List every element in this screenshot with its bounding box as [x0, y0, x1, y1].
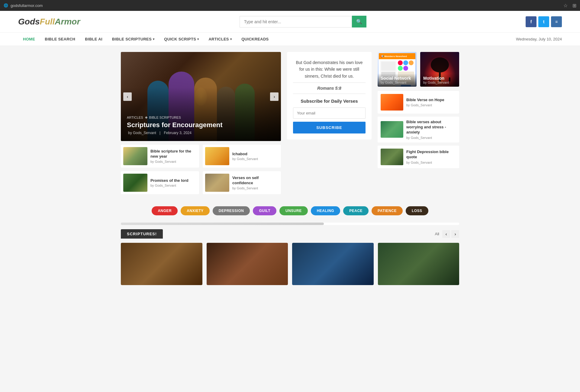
- carousel-meta: by Gods_Servant | February 3, 2024: [127, 131, 275, 135]
- tags-section: ANGER ANXIETY DEPRESSION GUILT UNSURE HE…: [121, 200, 459, 218]
- person-avatar: [398, 60, 403, 65]
- social-card-title: Social Network: [381, 76, 414, 81]
- subscribe-title: Subscribe for Daily Verses: [293, 98, 366, 104]
- chevron-down-icon: ▾: [153, 37, 154, 41]
- search-input[interactable]: [240, 16, 352, 27]
- carousel-prev-button[interactable]: ‹: [123, 92, 132, 101]
- tag-loss[interactable]: LOSS: [406, 206, 428, 215]
- list-item[interactable]: [378, 243, 459, 285]
- section-header: SCRIPTURES! All ‹ ›: [121, 229, 459, 239]
- divider: [293, 82, 366, 83]
- verse-reference: Romans 5:8: [293, 86, 366, 91]
- card-thumbnail: [123, 174, 147, 192]
- card-author: by Gods_Servant: [150, 160, 197, 163]
- carousel: ARTICLES ◆ BIBLE SCRIPTURES Scriptures f…: [121, 52, 281, 141]
- nav-item-bible-scriptures[interactable]: BIBLE SCRIPTURES ▾: [107, 33, 160, 46]
- carousel-author: by Gods_Servant: [128, 131, 156, 135]
- diamond-separator: ◆: [145, 115, 147, 119]
- facebook-button[interactable]: f: [526, 16, 536, 27]
- divider: [293, 94, 366, 94]
- tag-patience[interactable]: PATIENCE: [372, 206, 403, 215]
- card-info: Verses on self confidence by Gods_Servan…: [232, 175, 279, 190]
- progress-bar-fill: [121, 223, 324, 225]
- list-item[interactable]: Fight Depression bible quote by Gods_Ser…: [378, 146, 459, 168]
- article-title: Bible Verse on Hope: [406, 98, 444, 103]
- list-item[interactable]: Bible Verse on Hope by Gods_Servant: [378, 91, 459, 114]
- bottom-cards-grid: [121, 243, 459, 285]
- email-input[interactable]: [293, 108, 366, 119]
- section-title-bar: SCRIPTURES!: [121, 229, 163, 239]
- extensions-icon[interactable]: ⊞: [572, 3, 576, 8]
- nav-item-bible-search[interactable]: BIBLE SEARCH: [40, 33, 80, 46]
- section-next-button[interactable]: ›: [451, 230, 459, 238]
- list-item[interactable]: Promises of the lord by Gods_Servant: [121, 171, 199, 194]
- browser-chrome: 🌐 godsfullarmor.com ☆ ⊞: [0, 0, 580, 11]
- card-image: [121, 243, 202, 285]
- right-col: 📢 Members Newsfeed: [378, 52, 459, 194]
- site-logo[interactable]: GodsFullArmor: [18, 17, 80, 27]
- card-author: by Gods_Servant: [232, 186, 279, 190]
- bookmark-icon[interactable]: ☆: [563, 3, 568, 8]
- tag-anger[interactable]: ANGER: [152, 206, 178, 215]
- list-item[interactable]: [292, 243, 374, 285]
- subscribe-button[interactable]: SUBSCRIBE: [293, 122, 366, 133]
- card-info: Ichabod by Gods_Servant: [232, 152, 258, 161]
- chevron-down-icon: ▾: [230, 37, 232, 41]
- mock-people: [398, 60, 414, 71]
- nav-item-quick-scripts[interactable]: QUICK SCRIPTS ▾: [159, 33, 204, 46]
- small-cards-grid: Bible scripture for the new year by Gods…: [121, 145, 281, 194]
- address-bar[interactable]: godsfullarmor.com: [11, 3, 561, 8]
- carousel-image: ARTICLES ◆ BIBLE SCRIPTURES Scriptures f…: [121, 52, 281, 141]
- list-item[interactable]: Ichabod by Gods_Servant: [203, 145, 281, 168]
- tag-peace[interactable]: PEACE: [343, 206, 369, 215]
- person-avatar: [403, 66, 408, 71]
- card-title: Bible scripture for the new year: [150, 149, 197, 159]
- article-thumbnail: [381, 94, 403, 111]
- subscribe-form: SUBSCRIBE: [293, 108, 366, 133]
- card-image: [378, 243, 459, 285]
- logo-full: Full: [40, 17, 55, 26]
- tag-guilt[interactable]: GUILT: [253, 206, 276, 215]
- person-avatar: [403, 60, 408, 65]
- scriptures-section: SCRIPTURES! All ‹ ›: [121, 229, 459, 285]
- tree-canopy: [431, 57, 449, 72]
- verse-box: But God demonstrates his own love for us…: [287, 52, 372, 140]
- section-prev-button[interactable]: ‹: [442, 230, 450, 238]
- menu-button[interactable]: ≡: [551, 16, 562, 27]
- carousel-title: Scriptures for Encouragement: [127, 121, 275, 129]
- tag-depression[interactable]: DEPRESSION: [213, 206, 250, 215]
- nav-date: Wednesday, July 10, 2024: [516, 37, 562, 41]
- list-item[interactable]: Bible verses about worrying and stress -…: [378, 117, 459, 143]
- card-image: [292, 243, 374, 285]
- person-avatar: [398, 66, 403, 71]
- tag-healing[interactable]: HEALING: [311, 206, 340, 215]
- section-all-link[interactable]: All: [435, 232, 439, 236]
- list-item[interactable]: Verses on self confidence by Gods_Servan…: [203, 171, 281, 194]
- featured-card-motivation[interactable]: Motivation by Gods_Servant: [420, 52, 459, 87]
- list-item[interactable]: Bible scripture for the new year by Gods…: [121, 145, 199, 168]
- progress-bar: [121, 223, 459, 225]
- list-item[interactable]: [207, 243, 288, 285]
- nav-item-quickreads[interactable]: QUICKREADS: [237, 33, 273, 46]
- carousel-next-button[interactable]: ›: [270, 92, 279, 101]
- card-title: Verses on self confidence: [232, 175, 279, 186]
- search-button[interactable]: 🔍: [352, 16, 366, 27]
- nav-item-home[interactable]: HOME: [18, 33, 40, 46]
- twitter-button[interactable]: t: [538, 16, 549, 27]
- article-author: by Gods_Servant: [406, 103, 444, 107]
- tag-anxiety[interactable]: ANXIETY: [181, 206, 210, 215]
- card-thumbnail: [205, 147, 229, 165]
- carousel-date: February 3, 2024: [164, 131, 192, 135]
- site-navigation: HOME BIBLE SEARCH BIBLE AI BIBLE SCRIPTU…: [0, 33, 580, 46]
- list-item[interactable]: [121, 243, 202, 285]
- tag-unsure[interactable]: UNSURE: [279, 206, 308, 215]
- article-author: by Gods_Servant: [406, 136, 456, 140]
- article-thumbnail: [381, 149, 403, 165]
- article-thumbnail: [381, 121, 403, 138]
- nav-item-articles[interactable]: ARTICLES ▾: [204, 33, 237, 46]
- article-info: Bible Verse on Hope by Gods_Servant: [406, 98, 444, 107]
- section-nav: All ‹ ›: [435, 230, 459, 238]
- nav-item-bible-ai[interactable]: BIBLE AI: [80, 33, 107, 46]
- carousel-breadcrumb: ARTICLES ◆ BIBLE SCRIPTURES: [127, 115, 275, 119]
- featured-card-social[interactable]: 📢 Members Newsfeed: [378, 52, 417, 87]
